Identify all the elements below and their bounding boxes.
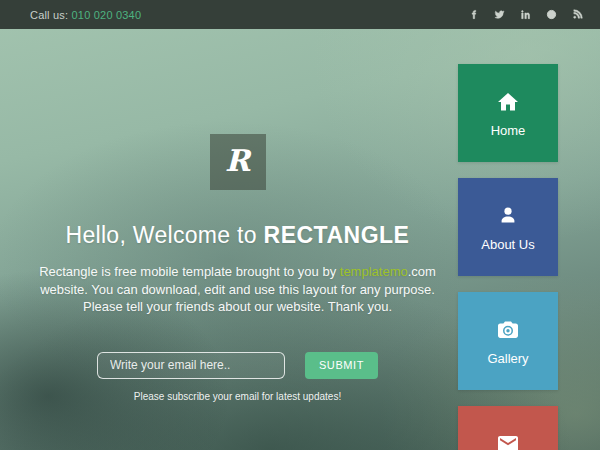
hero-section: R Hello, Welcome to RECTANGLE Rectangle … — [0, 29, 475, 402]
logo-letter: R — [225, 143, 250, 178]
call-us-label: Call us: — [30, 9, 68, 21]
phone-number[interactable]: 010 020 0340 — [72, 9, 142, 21]
logo-square: R — [210, 134, 266, 190]
envelope-icon — [496, 432, 520, 450]
sidebar-tile-home[interactable]: Home — [458, 64, 558, 162]
call-us-text: Call us: 010 020 0340 — [30, 9, 141, 21]
twitter-icon[interactable] — [493, 8, 506, 21]
home-icon — [496, 90, 520, 114]
rss-icon[interactable] — [571, 8, 584, 21]
sidebar-tile-label: Home — [491, 123, 526, 138]
user-icon — [496, 204, 520, 228]
topbar: Call us: 010 020 0340 — [0, 0, 600, 29]
subscribe-form: SUBMIT — [0, 352, 475, 379]
description: Rectangle is free mobile template brough… — [28, 263, 448, 316]
description-before-link: Rectangle is free mobile template brough… — [39, 264, 340, 279]
sidebar-tile-about-us[interactable]: About Us — [458, 178, 558, 276]
sidebar-tile-contact[interactable] — [458, 406, 558, 450]
camera-icon — [496, 318, 520, 342]
dribbble-icon[interactable] — [545, 8, 558, 21]
submit-button[interactable]: SUBMIT — [305, 352, 378, 379]
subscribe-note: Please subscribe your email for latest u… — [0, 391, 475, 402]
facebook-icon[interactable] — [467, 8, 480, 21]
sidebar-tile-label: Gallery — [487, 351, 528, 366]
page: Call us: 010 020 0340 R Hello, We — [0, 0, 600, 450]
sidebar-tile-label: About Us — [481, 237, 534, 252]
linkedin-icon[interactable] — [519, 8, 532, 21]
title-brand: RECTANGLE — [264, 222, 410, 248]
email-input[interactable] — [97, 352, 285, 379]
sidebar-tile-gallery[interactable]: Gallery — [458, 292, 558, 390]
social-links — [467, 8, 584, 21]
sidebar-menu: Home About Us Gallery — [458, 64, 558, 450]
page-title: Hello, Welcome to RECTANGLE — [0, 222, 475, 249]
title-prefix: Hello, Welcome to — [66, 222, 264, 248]
templatemo-link[interactable]: templatemo — [340, 264, 408, 279]
